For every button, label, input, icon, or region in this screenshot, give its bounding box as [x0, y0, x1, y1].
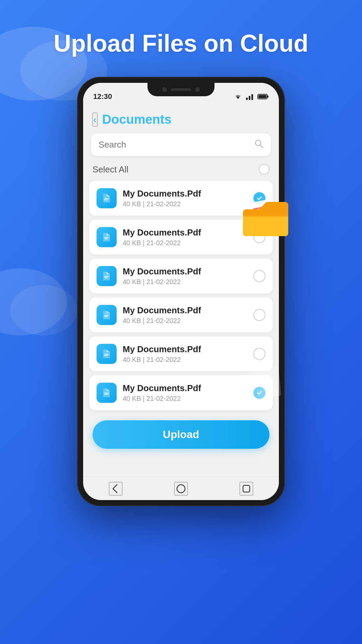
cloud-decoration-4 — [10, 285, 77, 335]
svg-rect-11 — [258, 95, 266, 98]
file-info: My Documents.Pdf40 KB | 21-02-2022 — [123, 383, 247, 402]
header-title: Documents — [102, 112, 172, 127]
back-button[interactable]: ‹ — [93, 113, 98, 126]
file-meta: 40 KB | 21-02-2022 — [123, 239, 247, 247]
svg-rect-10 — [267, 96, 268, 98]
file-name: My Documents.Pdf — [123, 266, 247, 277]
phone-frame: 12:30 — [77, 77, 285, 506]
file-info: My Documents.Pdf40 KB | 21-02-2022 — [123, 266, 247, 286]
file-name: My Documents.Pdf — [123, 227, 247, 238]
bottom-nav — [83, 477, 279, 500]
select-all-radio[interactable] — [259, 164, 269, 175]
file-info: My Documents.Pdf40 KB | 21-02-2022 — [123, 189, 247, 208]
nav-back-button[interactable] — [109, 482, 122, 495]
file-info: My Documents.Pdf40 KB | 21-02-2022 — [123, 305, 247, 325]
search-icon — [254, 139, 263, 151]
notch-dot-right — [195, 87, 200, 92]
phone-screen: 12:30 — [83, 83, 279, 500]
select-all-row: Select All — [83, 161, 279, 181]
checkbox-unchecked[interactable] — [253, 309, 265, 321]
svg-rect-6 — [246, 98, 248, 100]
search-input[interactable] — [99, 140, 250, 150]
svg-rect-7 — [249, 96, 250, 100]
folder-decoration — [238, 194, 292, 241]
file-icon — [97, 305, 117, 325]
svg-rect-5 — [255, 366, 281, 398]
file-info: My Documents.Pdf40 KB | 21-02-2022 — [123, 344, 247, 364]
checkbox-unchecked[interactable] — [253, 270, 265, 282]
status-icons — [233, 93, 269, 100]
svg-rect-15 — [243, 485, 250, 492]
file-name: My Documents.Pdf — [123, 383, 247, 393]
svg-point-14 — [177, 485, 185, 493]
back-nav-icon — [110, 483, 121, 494]
file-icon — [97, 266, 117, 286]
file-name: My Documents.Pdf — [123, 344, 247, 355]
nav-home-button[interactable] — [174, 482, 188, 495]
signal-icon — [245, 93, 255, 100]
file-icon — [97, 383, 117, 403]
file-info: My Documents.Pdf40 KB | 21-02-2022 — [123, 227, 247, 247]
status-time: 12:30 — [93, 92, 112, 101]
svg-line-13 — [260, 145, 263, 148]
file-item[interactable]: My Documents.Pdf40 KB | 21-02-2022 — [89, 375, 273, 410]
wifi-icon — [233, 93, 243, 100]
file-meta: 40 KB | 21-02-2022 — [123, 395, 247, 402]
file-icon — [97, 344, 117, 364]
search-container — [83, 133, 279, 161]
upload-btn-container: Upload — [83, 410, 279, 455]
select-all-label: Select All — [93, 164, 128, 175]
file-icon — [97, 227, 117, 247]
file-item[interactable]: My Documents.Pdf40 KB | 21-02-2022 — [89, 336, 273, 371]
search-box — [91, 133, 271, 156]
notch-dot-left — [162, 87, 167, 92]
file-item[interactable]: My Documents.Pdf40 KB | 21-02-2022 — [89, 259, 273, 293]
nav-recent-button[interactable] — [240, 482, 253, 495]
file-name: My Documents.Pdf — [123, 305, 247, 316]
battery-icon — [257, 93, 269, 100]
file-item[interactable]: My Documents.Pdf40 KB | 21-02-2022 — [89, 298, 273, 332]
file-meta: 40 KB | 21-02-2022 — [123, 200, 247, 208]
recent-nav-icon — [241, 483, 252, 494]
svg-rect-8 — [251, 94, 253, 100]
file-meta: 40 KB | 21-02-2022 — [123, 356, 247, 364]
notch-speaker — [171, 88, 191, 91]
file-meta: 40 KB | 21-02-2022 — [123, 317, 247, 325]
file-meta: 40 KB | 21-02-2022 — [123, 278, 247, 286]
home-nav-icon — [176, 483, 186, 494]
file-icon — [97, 188, 117, 208]
app-header: ‹ Documents — [83, 106, 279, 133]
notch — [147, 83, 215, 96]
app-content: ‹ Documents Select All — [83, 106, 279, 477]
document-decoration — [248, 365, 288, 406]
file-name: My Documents.Pdf — [123, 189, 247, 199]
page-title: Upload Files on Cloud — [0, 0, 362, 77]
status-bar: 12:30 — [83, 83, 279, 106]
upload-button[interactable]: Upload — [93, 420, 269, 449]
checkbox-unchecked[interactable] — [253, 348, 265, 360]
